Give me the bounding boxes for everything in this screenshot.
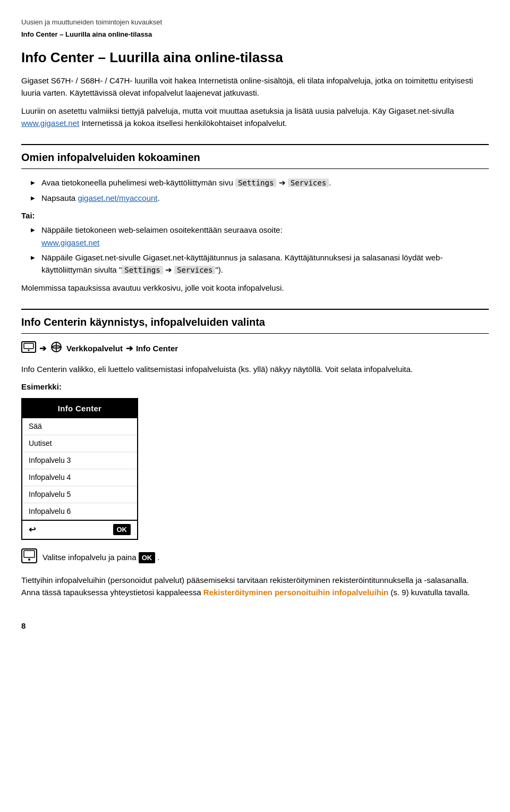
instruction-text: Valitse infopalvelu ja paina OK . — [42, 552, 160, 564]
instruction-pre: Valitse infopalvelu ja paina — [42, 553, 137, 562]
back-button[interactable]: ↩ — [29, 523, 36, 536]
breadcrumb-text2: Info Center – Luurilla aina online-tilas… — [21, 30, 152, 38]
gigaset-net-link[interactable]: www.gigaset.net — [21, 119, 79, 128]
bullet1-services: Services — [288, 179, 329, 187]
svg-rect-1 — [24, 343, 33, 349]
ok-button[interactable]: OK — [113, 524, 131, 536]
bullet2-prefix: Napsauta — [41, 193, 78, 202]
section2-p1: Info Centerin valikko, eli luettelo vali… — [21, 363, 489, 375]
nav-arrow2: ➔ — [126, 342, 133, 355]
intro-p2: Luuriin on asetettu valmiiksi tiettyjä p… — [21, 105, 489, 130]
svg-rect-7 — [24, 551, 35, 557]
phone-item-3: Infopalvelu 3 — [22, 452, 137, 469]
intro-p2-text: Luuriin on asetettu valmiiksi tiettyjä p… — [21, 106, 454, 115]
ok-inline-badge: OK — [139, 552, 156, 564]
nav-info-center: Info Center — [136, 343, 178, 355]
intro-p1: Gigaset S67H- / S68H- / C47H- luurilla v… — [21, 74, 489, 99]
page-title: Info Center – Luurilla aina online-tilas… — [21, 49, 489, 66]
bullet4-settings: Settings — [122, 266, 163, 274]
section1-list: Avaa tietokoneella puhelimesi web-käyttö… — [21, 176, 489, 204]
p2-page: (s. 9) — [390, 588, 409, 597]
section1-closing: Molemmissa tapauksissa avautuu verkkosiv… — [21, 282, 489, 294]
phone-screen-body: Sää Uutiset Infopalvelu 3 Infopalvelu 4 … — [22, 418, 137, 520]
phone-item-5: Infopalvelu 5 — [22, 486, 137, 503]
breadcrumb-text1: Uusien ja muuttuneiden toimintojen kuvau… — [21, 18, 162, 26]
nav-verkkopalvelut: Verkkopalvelut — [66, 343, 123, 355]
p2-link[interactable]: Rekisteröityminen personoituihin infopal… — [203, 588, 388, 597]
instruction-end: . — [157, 553, 159, 562]
bullet3-text: Näppäile tietokoneen web-selaimen osoite… — [41, 225, 283, 234]
phone-item-6: Infopalvelu 6 — [22, 503, 137, 520]
nav-phone-icon — [21, 341, 36, 357]
section1-bullet1: Avaa tietokoneella puhelimesi web-käyttö… — [31, 176, 489, 189]
bullet1-settings: Settings — [235, 179, 276, 187]
bullet1-end: . — [329, 178, 331, 187]
phone-item-2: Uutiset — [22, 435, 137, 452]
phone-screen-widget: Info Center Sää Uutiset Infopalvelu 3 In… — [21, 398, 138, 540]
page-number: 8 — [21, 620, 489, 632]
select-phone-icon — [21, 548, 37, 567]
bullet4-suffix: "). — [215, 265, 223, 274]
esimerkki-label: Esimerkki: — [21, 380, 489, 393]
section2-heading: Info Centerin käynnistys, infopalveluide… — [21, 309, 489, 334]
phone-screen-footer: ↩ OK — [22, 520, 137, 539]
bullet1-text-pre: Avaa tietokoneella puhelimesi web-käyttö… — [41, 178, 235, 187]
phone-item-4: Infopalvelu 4 — [22, 469, 137, 486]
svg-point-2 — [28, 350, 30, 351]
instruction-line: Valitse infopalvelu ja paina OK . — [21, 548, 489, 567]
phone-screen-header: Info Center — [22, 399, 137, 418]
p2-suffix: kuvatulla tavalla. — [411, 588, 470, 597]
section1-bullet4: Näppäile Gigaset.net-sivulle Gigaset.net… — [31, 251, 489, 276]
breadcrumb-line1: Uusien ja muuttuneiden toimintojen kuvau… — [21, 16, 489, 28]
bullet2-suffix: . — [157, 193, 159, 202]
bullet2-link[interactable]: gigaset.net/myaccount — [78, 193, 157, 202]
section2-p2: Tiettyihin infopalveluihin (personoidut … — [21, 574, 489, 599]
bullet3-link[interactable]: www.gigaset.net — [41, 238, 99, 247]
breadcrumb-line2: Info Center – Luurilla aina online-tilas… — [21, 28, 489, 40]
tai-label: Tai: — [21, 209, 489, 222]
section1-list-2: Näppäile tietokoneen web-selaimen osoite… — [21, 224, 489, 276]
section1-bullet3: Näppäile tietokoneen web-selaimen osoite… — [31, 224, 489, 249]
bullet4-prefix: Näppäile Gigaset.net-sivulle Gigaset.net… — [41, 253, 443, 274]
intro-p2-rest: Internetissä ja kokoa itsellesi henkilök… — [79, 119, 287, 128]
svg-point-8 — [28, 559, 30, 561]
phone-item-1: Sää — [22, 418, 137, 435]
nav-service-icon — [49, 341, 63, 357]
nav-arrow1: ➔ — [39, 342, 46, 355]
section1-bullet2: Napsauta gigaset.net/myaccount. — [31, 192, 489, 204]
nav-line: ➔ Verkkopalvelut ➔ Info Center — [21, 341, 489, 357]
section1-heading: Omien infopalveluiden kokoaminen — [21, 144, 489, 169]
bullet4-arrow: ➔ — [163, 265, 174, 274]
bullet4-services: Services — [174, 266, 215, 274]
bullet1-arrow: ➔ — [276, 178, 287, 187]
